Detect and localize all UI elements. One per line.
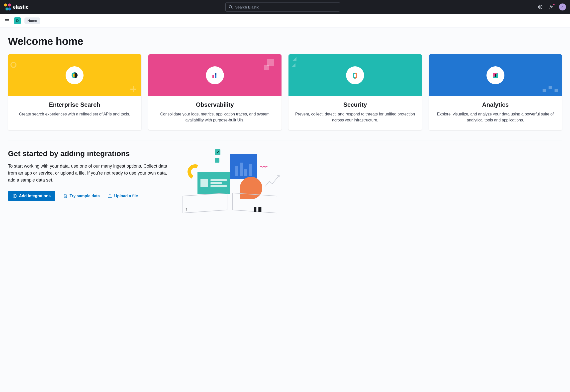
get-started-title: Get started by adding integrations	[8, 149, 168, 158]
user-avatar[interactable]: d	[559, 3, 566, 10]
card-enterprise-search[interactable]: Enterprise Search Create search experien…	[8, 54, 141, 130]
card-desc: Create search experiences with a refined…	[13, 111, 136, 117]
elastic-logo[interactable]: elastic	[4, 3, 28, 10]
card-observability[interactable]: Observability Consolidate your logs, met…	[148, 54, 282, 130]
card-desc: Consolidate your logs, metrics, applicat…	[153, 111, 277, 123]
upload-file-label: Upload a file	[114, 194, 138, 198]
observability-icon	[206, 66, 224, 84]
add-integrations-label: Add integrations	[19, 194, 51, 198]
card-hero	[148, 54, 282, 96]
svg-rect-15	[495, 74, 496, 77]
card-security[interactable]: Security Prevent, collect, detect, and r…	[288, 54, 422, 130]
search-placeholder: Search Elastic	[235, 5, 259, 9]
global-search-input[interactable]: Search Elastic	[225, 2, 340, 12]
enterprise-search-icon	[66, 66, 84, 84]
plus-circle-icon	[12, 194, 17, 198]
card-hero	[8, 54, 141, 96]
security-icon	[346, 66, 364, 84]
svg-point-2	[539, 5, 542, 9]
svg-point-3	[540, 6, 541, 8]
global-header: elastic Search Elastic d	[0, 0, 570, 14]
elastic-logo-mark	[4, 3, 11, 10]
get-started-section: Get started by adding integrations To st…	[8, 149, 562, 212]
news-feed-icon[interactable]	[548, 4, 555, 10]
card-title: Enterprise Search	[13, 101, 136, 108]
notification-dot	[553, 3, 555, 6]
card-desc: Explore, visualize, and analyze your dat…	[434, 111, 557, 123]
get-started-paragraph: To start working with your data, use one…	[8, 163, 168, 184]
section-divider	[8, 140, 562, 140]
card-title: Observability	[153, 101, 277, 108]
space-initial: D	[16, 19, 19, 23]
svg-point-4	[551, 5, 551, 6]
main-content: Welcome home Enterprise Search Create se…	[0, 27, 570, 222]
nav-toggle-button[interactable]	[3, 17, 10, 24]
add-integrations-button[interactable]: Add integrations	[8, 191, 55, 201]
svg-rect-10	[212, 75, 214, 78]
page-title: Welcome home	[8, 35, 562, 47]
card-hero	[429, 54, 562, 96]
help-icon[interactable]	[537, 4, 544, 10]
solution-cards-row: Enterprise Search Create search experien…	[8, 54, 562, 130]
breadcrumb-home[interactable]: Home	[24, 17, 40, 24]
space-selector[interactable]: D	[14, 17, 21, 24]
upload-file-link[interactable]: Upload a file	[108, 194, 138, 198]
card-desc: Prevent, collect, detect, and respond to…	[293, 111, 417, 123]
app-subheader: D Home	[0, 14, 570, 27]
card-hero	[288, 54, 422, 96]
try-sample-data-link[interactable]: Try sample data	[63, 194, 100, 198]
elastic-logo-text: elastic	[13, 4, 28, 10]
card-analytics[interactable]: Analytics Explore, visualize, and analyz…	[429, 54, 562, 130]
search-icon	[229, 5, 233, 9]
avatar-initial: d	[562, 5, 564, 9]
breadcrumb-label: Home	[27, 19, 37, 23]
card-title: Analytics	[434, 101, 557, 108]
analytics-icon	[486, 66, 504, 84]
svg-rect-12	[215, 73, 216, 75]
document-icon	[63, 194, 68, 198]
svg-line-1	[231, 8, 232, 9]
upload-icon	[108, 194, 112, 198]
svg-point-0	[229, 5, 232, 8]
integrations-illustration: ✓ 〰 ↑	[178, 149, 282, 212]
try-sample-label: Try sample data	[70, 194, 100, 198]
card-title: Security	[293, 101, 417, 108]
